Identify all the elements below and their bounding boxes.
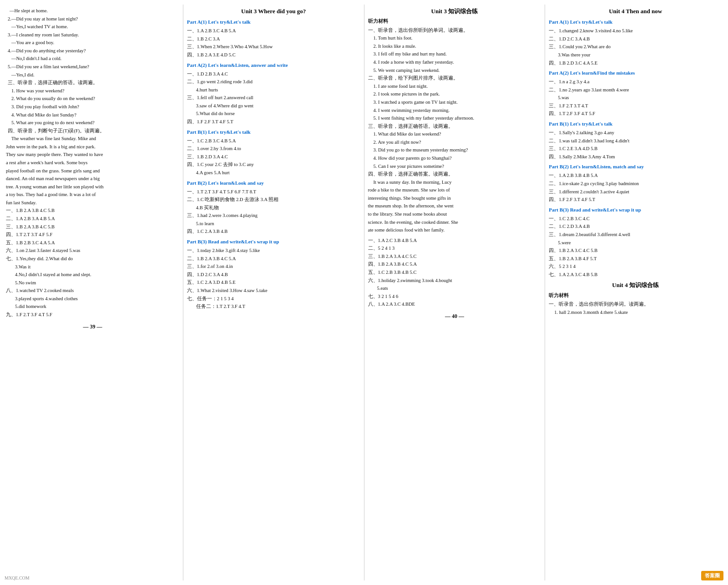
line: 三、1.B 2.D 3.A 4.C	[187, 153, 360, 161]
line: 5.were	[549, 239, 722, 247]
line: 任务二：1.T 2.T 3.F 4.T	[187, 303, 360, 311]
line: 3.Was it	[6, 263, 179, 271]
line: 七、1.A 2.A 3.C 4.B 5.B	[549, 271, 722, 279]
line: 三、1.for 2.of 3.on 4.in	[187, 263, 360, 271]
line: 四、1.B 2.A 3.B 4.C 5.A	[368, 261, 541, 268]
line: 4.B 买礼物	[187, 204, 360, 212]
line: 六、5 2 3 1 4	[549, 263, 722, 271]
line: John were in the park. It is a big and n…	[6, 143, 179, 151]
unit4-part-a2-title: Part A(2) Let's learn&Find the mistakes	[549, 69, 722, 77]
part-b1-content: 一、1.C 2.B 3.C 4.B 5.A 二、1.over 2.by 3.fr…	[187, 137, 360, 177]
line: 六、1.What 2.visited 3.How 4.saw 5.take	[187, 287, 360, 295]
page-number-left: — 39 —	[6, 323, 179, 331]
line: 二、1.over 2.by 3.from 4.to	[187, 145, 360, 153]
line: 5.What did do horse	[187, 110, 360, 118]
line: 五、1.B 2.B 3.C 4.A 5.A	[6, 239, 179, 247]
part-b3-content: 一、1.today 2.bike 3.gift 4.stay 5.like 二、…	[187, 247, 360, 311]
line: interesting things. She bought some gift…	[368, 195, 541, 202]
line: 一、1.T 2.T 3.F 4.T 5.F 6.F 7.T 8.T	[187, 188, 360, 196]
column-3: Unit 3 知识综合练 听力材料 一、听录音，选出你所听到的单词。读两遍。 1…	[364, 5, 546, 580]
line: 二、1.B 2.C 3.A	[187, 35, 360, 43]
unit4-part-a1-title: Part A(1) Let's try&Let's talk	[549, 18, 722, 26]
col1-content: —He slept at home. 2.—Did you stay at ho…	[6, 7, 179, 319]
site-logo: MXQE.COM	[5, 575, 30, 580]
line: 3. Did you play football with John?	[6, 103, 179, 111]
unit4-part-b2-title: Part B(2) Let's learn&Listen, match and …	[549, 163, 722, 171]
line: 七、1.Yes,they did. 2.What did do	[6, 255, 179, 263]
line: 一、听录音，选出你所听到的单词。读两遍。	[549, 301, 722, 308]
line: 二、1.B 2.A 3.B 4.C 5.A	[187, 255, 360, 263]
part-a2-content: 一、1.D 2.B 3.A 4.C 二、1.go went 2.riding r…	[187, 71, 360, 126]
line: 二、1.no 2.years ago 3.last month 4.were	[549, 86, 722, 94]
line: 4.No,I didn't.I stayed at home and slept…	[6, 271, 179, 279]
line: danced. An old man read newspapers under…	[6, 175, 179, 183]
line: 三、1.dream 2.beautiful 3.different 4.well	[549, 231, 722, 239]
line: 3.played sports 4.washed clothes	[6, 295, 179, 303]
line: 四、1.T 2.F 3.F 4.T 5.F	[549, 110, 722, 118]
line: 5.No swim	[6, 279, 179, 287]
line: 四、听录音，判断句子正(T)误(F)。读两遍。	[6, 127, 179, 135]
line: played football on the grass. Some girls…	[6, 167, 179, 175]
col4-title: Unit 4 Then and now	[549, 7, 722, 16]
line: the museum shop. In the afternoon, she w…	[368, 202, 541, 210]
line: 2. What do you usually do on the weekend…	[6, 95, 179, 103]
line: 5.to learn	[187, 220, 360, 228]
line: to the library. She read some books abou…	[368, 211, 541, 218]
line: 四、1.F 2.F 3.T 4.F 5.T	[549, 196, 722, 204]
part-a1-title: Part A(1) Let's try&Let's talk	[187, 18, 360, 26]
line: 五、1.C 2.A 3.D 4.B 5.E	[187, 279, 360, 287]
line: 3.saw of 4.Where did go went	[187, 102, 360, 110]
column-1: —He slept at home. 2.—Did you stay at ho…	[2, 5, 183, 580]
line: 四、1.D 2.C 3.A 4.B	[187, 271, 360, 279]
line: 5. Can I see your pictures sometime?	[368, 163, 541, 171]
unit4-part-a2: 一、1.n a 2.g 3.y 4.a 二、1.no 2.years ago 3…	[549, 78, 722, 118]
line: 一、1.A 2.C 3.B 4.B 5.A	[368, 237, 541, 245]
line: 八、1.watched TV 2.cooked meals	[6, 287, 179, 295]
line: —Yes,I did.	[6, 71, 179, 79]
line: —No,I didn't.I had a cold.	[6, 55, 179, 63]
line: 一、1.Sally's 2.talking 3.go 4.any	[549, 129, 722, 137]
line: 二、1.go went 2.riding rode 3.did	[187, 78, 360, 86]
line: 四、1.C your 2.C 去掉 to 3.C any	[187, 161, 360, 169]
line: 三、1.had 2.were 3.comes 4.playing	[187, 212, 360, 220]
line: 1. Tom hurt his foot.	[368, 35, 541, 42]
line: 一、1.C 2.B 3.C 4.C	[549, 215, 722, 223]
line: 四、1.C 2.A 3.B 4.B	[187, 228, 360, 236]
line: 一、1.A 2.B 3.B 4.B 5.A	[549, 172, 722, 180]
line: 二、听录音，给下列图片排序。读两遍。	[368, 75, 541, 82]
unit4-hearing-label: 听力材料	[549, 292, 722, 300]
line: 一、1.D 2.B 3.A 4.C	[187, 71, 360, 78]
line: 三、1.When 2.Where 3.Who 4.What 5.How	[187, 43, 360, 51]
line: 5.eats	[368, 285, 541, 292]
line: 三、1.fell off hurt 2.answered call	[187, 94, 360, 102]
page-container: —He slept at home. 2.—Did you stay at ho…	[0, 0, 728, 585]
line: 三、1.C 2.E 3.A 4.D 5.B	[549, 145, 722, 153]
line: 一、1.C 2.B 3.C 4.B 5.A	[187, 137, 360, 145]
part-b1-title: Part B(1) Let's try&Let's talk	[187, 128, 360, 136]
line: 4.A goes 5.A hurt	[187, 169, 360, 177]
line: 二、1.D 2.C 3.A 4.B	[549, 35, 722, 43]
line: 九、1.F 2.T 3.F 4.T 5.F	[6, 311, 179, 319]
line: —Yes,I watched TV at home.	[6, 23, 179, 31]
line: 二、1.A 2.B 3.A 4.B 5.A	[6, 215, 179, 223]
column-2: Unit 3 Where did you go? Part A(1) Let's…	[183, 5, 364, 580]
line: 四、1.T 2.T 3.T 4.F 5.F	[6, 231, 179, 239]
line: 2. It looks like a mule.	[368, 43, 541, 50]
line: 5. What are you going to do next weekend…	[6, 119, 179, 127]
line: 4. How did your parents go to Shanghai?	[368, 155, 541, 162]
line: 1. What did Mike do last weekend?	[368, 131, 541, 138]
line: 三、1.different 2.couldn't 3.active 4.quie…	[549, 188, 722, 196]
column-4: Unit 4 Then and now Part A(1) Let's try&…	[545, 5, 726, 580]
line: 5.—Did you see a film last weekend,Jane?	[6, 63, 179, 71]
line: 4. What did Mike do last Sunday?	[6, 111, 179, 119]
line: 一、1.A 2.B 3.C 4.B 5.A	[187, 27, 360, 35]
line: 三、1.Could you 2.What are do	[549, 43, 722, 51]
line: ate some delicious food with her family.	[368, 227, 541, 234]
line: 1. How was your weekend?	[6, 87, 179, 95]
line: 二、1.C 吃新鲜的食物 2.D 去游泳 3.A 照相	[187, 196, 360, 204]
line: 3.Was there your	[549, 51, 722, 59]
line: 4. I went swimming yesterday morning.	[368, 107, 541, 115]
line: They saw many people there. They wanted …	[6, 151, 179, 159]
line: 二、5 2 4 1 3	[368, 245, 541, 252]
part-b3-title: Part B(3) Read and write&Let's wrap it u…	[187, 238, 360, 246]
